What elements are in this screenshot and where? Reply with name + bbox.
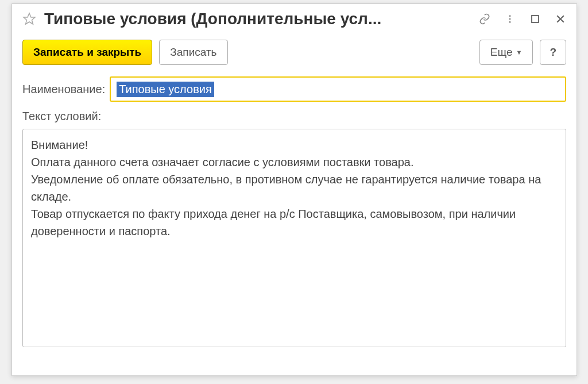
toolbar: Записать и закрыть Записать Еще ▼ ? bbox=[12, 33, 577, 72]
window-title: Типовые условия (Дополнительные усл... bbox=[44, 10, 471, 28]
title-bar: Типовые условия (Дополнительные усл... bbox=[12, 4, 577, 33]
svg-point-2 bbox=[509, 18, 511, 20]
conditions-label: Текст условий: bbox=[22, 110, 101, 122]
form-body: Наименование: Типовые условия Текст усло… bbox=[12, 72, 577, 358]
svg-point-3 bbox=[509, 21, 511, 23]
title-controls bbox=[479, 13, 566, 25]
conditions-textarea-wrapper: Внимание! Оплата данного счета означает … bbox=[22, 129, 566, 347]
name-input[interactable]: Типовые условия bbox=[110, 76, 566, 102]
help-button[interactable]: ? bbox=[540, 40, 566, 65]
close-icon[interactable] bbox=[555, 13, 566, 25]
favorite-star-icon[interactable] bbox=[22, 12, 36, 26]
more-button[interactable]: Еще ▼ bbox=[479, 40, 533, 65]
save-button[interactable]: Записать bbox=[159, 40, 227, 65]
kebab-menu-icon[interactable] bbox=[504, 13, 516, 25]
name-input-value: Типовые условия bbox=[117, 82, 214, 97]
conditions-textarea[interactable]: Внимание! Оплата данного счета означает … bbox=[31, 136, 558, 340]
maximize-icon[interactable] bbox=[529, 13, 541, 25]
dialog-window: Типовые условия (Дополнительные усл... bbox=[11, 3, 577, 376]
conditions-label-row: Текст условий: bbox=[22, 110, 566, 123]
save-and-close-button[interactable]: Записать и закрыть bbox=[22, 40, 152, 65]
svg-rect-4 bbox=[532, 16, 539, 22]
link-icon[interactable] bbox=[479, 13, 490, 25]
name-label: Наименование: bbox=[22, 83, 105, 96]
chevron-down-icon: ▼ bbox=[516, 49, 523, 56]
more-button-label: Еще bbox=[490, 46, 513, 59]
name-row: Наименование: Типовые условия bbox=[22, 76, 566, 102]
svg-point-1 bbox=[509, 15, 511, 17]
svg-marker-0 bbox=[24, 13, 35, 24]
